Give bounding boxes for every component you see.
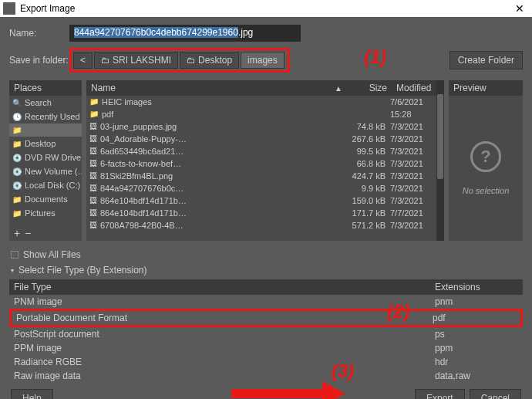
place-item[interactable]: 📁Desktop (9, 137, 82, 150)
place-icon: 📁 (12, 140, 22, 148)
file-row[interactable]: 📁pdf15:28 (86, 108, 436, 120)
place-icon: 🕓 (12, 113, 22, 121)
col-header-modified[interactable]: Modified (392, 80, 436, 96)
place-item[interactable]: 📁Pictures (9, 206, 82, 220)
file-row[interactable]: 🖼864e104bdf14d171b…171.7 kB7/7/2021 (86, 207, 436, 219)
file-icon: 🖼 (89, 159, 97, 168)
col-header-extensions[interactable]: Extensions (430, 279, 523, 295)
col-header-size[interactable]: Size (347, 80, 392, 96)
file-icon: 🖼 (89, 134, 97, 144)
filetype-row[interactable]: PPM imageppm (9, 341, 523, 355)
file-icon: 🖼 (89, 221, 97, 230)
file-icon: 🖼 (89, 171, 97, 181)
checkbox-icon (11, 251, 19, 259)
preview-panel: Preview ? No selection (449, 80, 523, 241)
place-item[interactable]: 📁Documents (9, 192, 82, 206)
name-label: Name: (9, 28, 69, 39)
places-header: Places (9, 80, 82, 96)
folder-icon: 🗀 (101, 56, 109, 65)
select-file-type-expander[interactable]: ▾ Select File Type (By Extension) (9, 262, 523, 278)
remove-place-button[interactable]: − (25, 227, 31, 239)
question-icon: ? (470, 141, 501, 172)
preview-text: No selection (463, 186, 510, 195)
place-icon: 📁 (12, 195, 22, 204)
file-icon: 📁 (89, 110, 99, 119)
col-header-filetype[interactable]: File Type (9, 279, 430, 295)
file-list: Name▲ Size Modified 📁HEIC images7/6/2021… (86, 80, 436, 241)
filename-input[interactable]: 844a942707676b0c4debb674299e1960.jpg (69, 25, 301, 42)
file-row[interactable]: 🖼81Ski2Bfm4BL.png424.7 kB7/3/2021 (86, 170, 436, 182)
file-icon: 🖼 (89, 208, 97, 218)
place-icon: 🔍 (12, 99, 22, 107)
save-in-label: Save in folder: (9, 55, 69, 66)
cancel-button[interactable]: Cancel (470, 389, 521, 399)
place-item[interactable]: 💿DVD RW Drive… (9, 150, 82, 164)
breadcrumb-item-images[interactable]: images (241, 52, 285, 69)
window-title: Export Image (20, 3, 510, 14)
file-icon: 🖼 (89, 147, 97, 156)
file-icon: 🖼 (89, 184, 97, 193)
file-row[interactable]: 🖼844a942707676b0c…9.9 kB7/3/2021 (86, 182, 436, 194)
places-panel: Places 🔍Search🕓Recently Used📁📁Desktop💿DV… (9, 80, 82, 241)
expand-down-icon: ▾ (11, 267, 14, 274)
filetype-row[interactable]: PostScript documentps (9, 327, 523, 341)
filetype-row[interactable]: Portable Document Formatpdf (9, 309, 523, 327)
col-header-name[interactable]: Name▲ (86, 80, 347, 96)
place-item[interactable]: 💽New Volume (… (9, 164, 82, 178)
file-row[interactable]: 🖼6ad653449bc6ad21…99.5 kB7/3/2021 (86, 145, 436, 157)
titlebar: Export Image ✕ (0, 0, 532, 17)
place-item[interactable]: 🔍Search (9, 96, 82, 110)
annotation-1: (1) (364, 46, 386, 68)
place-item[interactable]: 🕓Recently Used (9, 110, 82, 123)
file-row[interactable]: 🖼864e104bdf14d171b…159.0 kB7/3/2021 (86, 194, 436, 207)
filetype-row[interactable]: Radiance RGBEhdr (9, 355, 523, 369)
show-all-files-checkbox[interactable]: Show All Files (9, 247, 523, 262)
breadcrumb: < 🗀SRI LAKSHMI 🗀Desktop images (69, 48, 290, 73)
close-icon[interactable]: ✕ (510, 0, 529, 17)
breadcrumb-item-user[interactable]: 🗀SRI LAKSHMI (94, 52, 178, 69)
app-icon (3, 2, 15, 15)
file-list-scrollbar[interactable] (436, 80, 444, 241)
sort-asc-icon: ▲ (335, 84, 342, 93)
export-button[interactable]: Export (415, 389, 465, 399)
place-icon: 📁 (12, 209, 22, 218)
place-icon: 💽 (12, 181, 22, 190)
file-icon: 🖼 (89, 122, 97, 131)
file-row[interactable]: 🖼03-june_puppies.jpg74.8 kB7/3/2021 (86, 120, 436, 133)
create-folder-button[interactable]: Create Folder (450, 51, 523, 69)
breadcrumb-item-desktop[interactable]: 🗀Desktop (180, 52, 239, 69)
place-item[interactable]: 📁 (9, 123, 82, 137)
preview-header: Preview (449, 80, 523, 96)
file-icon: 🖼 (89, 196, 97, 205)
file-row[interactable]: 📁HEIC images7/6/2021 (86, 96, 436, 108)
filetype-row[interactable]: Raw image datadata,raw (9, 369, 523, 383)
place-icon: 📁 (12, 126, 22, 134)
file-row[interactable]: 🖼6-facts-to-know-bef…66.8 kB7/3/2021 (86, 157, 436, 170)
add-place-button[interactable]: + (14, 227, 20, 239)
place-item[interactable]: 💽Local Disk (C:) (9, 178, 82, 192)
breadcrumb-back[interactable]: < (73, 52, 93, 69)
file-row[interactable]: 🖼04_Adorable-Puppy-…267.6 kB7/3/2021 (86, 133, 436, 145)
folder-icon: 🗀 (187, 56, 195, 65)
place-icon: 💽 (12, 167, 22, 176)
filetype-row[interactable]: PNM imagepnm (9, 295, 523, 309)
place-icon: 💿 (12, 154, 22, 162)
file-row[interactable]: 🖼6708A798-42B0-4B…571.2 kB7/3/2021 (86, 219, 436, 232)
help-button[interactable]: Help (11, 389, 53, 399)
file-icon: 📁 (89, 97, 99, 107)
